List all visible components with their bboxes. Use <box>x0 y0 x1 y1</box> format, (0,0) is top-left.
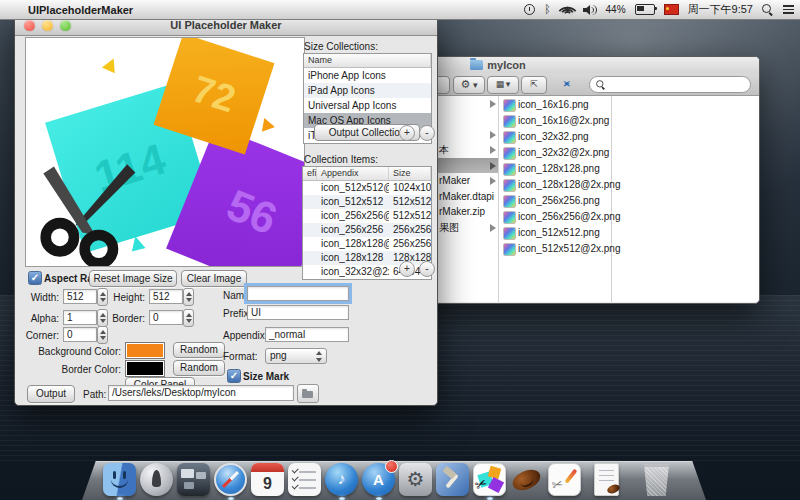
dock-xcode-icon[interactable] <box>436 463 469 496</box>
prefix-field[interactable]: UI <box>247 305 349 320</box>
active-app-menu[interactable]: UIPlaceholderMaker <box>28 4 133 16</box>
close-button[interactable] <box>24 20 35 31</box>
action-menu-button[interactable]: ⚙ ▾ <box>453 76 485 94</box>
file-row[interactable]: icon_512x512@2x.png <box>503 241 608 256</box>
file-row[interactable]: icon_32x32@2x.png <box>503 145 608 160</box>
alpha-field[interactable]: 1 <box>63 310 97 325</box>
dock-launchpad-icon[interactable] <box>140 463 173 496</box>
bluetooth-icon[interactable]: ᛒ <box>544 4 551 15</box>
aspect-ratio-checkbox[interactable]: ✓ <box>28 271 42 285</box>
add-collection-button[interactable]: + <box>399 125 415 141</box>
sidebar-row[interactable]: 果图 <box>439 220 499 235</box>
remove-item-button[interactable]: - <box>419 261 435 277</box>
dock-image-tool-icon[interactable]: ✂ <box>548 463 581 496</box>
remove-collection-button[interactable]: - <box>419 125 435 141</box>
music-note-icon: ♪ <box>338 470 346 487</box>
border-color-swatch[interactable] <box>125 360 165 377</box>
sidebar-row[interactable]: 本 <box>439 142 499 157</box>
dock-finder-icon[interactable] <box>103 463 136 496</box>
border-field[interactable]: 0 <box>149 310 183 325</box>
table-row[interactable]: icon_256x256@2x512x512 <box>303 209 431 223</box>
input-language-flag-icon[interactable] <box>664 4 679 15</box>
border-color-label: Border Color: <box>27 364 121 375</box>
alpha-stepper[interactable] <box>97 309 108 327</box>
square-number: 56 <box>220 180 284 245</box>
sidebar-item-label: rMaker.dtapi <box>439 191 494 202</box>
search-input[interactable] <box>589 76 751 93</box>
dock-system-preferences-icon[interactable]: ⚙ <box>399 463 432 496</box>
path-field[interactable]: /Users/leks/Desktop/myIcon <box>108 385 294 401</box>
sidebar-row[interactable] <box>439 127 499 142</box>
volume-icon[interactable] <box>583 5 597 15</box>
output-button[interactable]: Output <box>27 385 75 403</box>
reset-image-size-button[interactable]: Reset Image Size <box>89 270 177 287</box>
sidebar-row[interactable]: rMaker <box>439 173 499 188</box>
sidebar-row[interactable]: rMaker.dtapi <box>439 189 499 204</box>
list-item[interactable]: Universal App Icons <box>304 98 431 113</box>
border-stepper[interactable] <box>183 309 194 327</box>
add-item-button[interactable]: + <box>399 261 415 277</box>
width-field[interactable]: 512 <box>63 289 97 304</box>
dock-app-store-icon[interactable]: A <box>362 463 395 496</box>
menu-bar: UIPlaceholderMaker ᛒ 44% 周一下午9:57 <box>0 0 800 20</box>
arrange-menu-button[interactable]: ▦ ▾ <box>487 76 519 94</box>
browse-path-button[interactable] <box>297 384 319 403</box>
image-preview[interactable]: 114 56 72 <box>25 37 305 267</box>
height-field[interactable]: 512 <box>149 289 183 304</box>
time-machine-icon[interactable] <box>524 4 535 15</box>
spotlight-icon[interactable] <box>762 4 774 16</box>
corner-field[interactable]: 0 <box>63 327 97 342</box>
table-row[interactable]: icon_128x128@2x256x256 <box>303 237 431 251</box>
table-header[interactable]: Name <box>304 54 431 68</box>
file-row[interactable]: icon_256x256.png <box>503 193 608 208</box>
background-random-button[interactable]: Random <box>173 342 225 358</box>
zoom-button[interactable] <box>60 20 71 31</box>
dock-mission-control-icon[interactable] <box>177 463 210 496</box>
column-divider[interactable] <box>611 96 612 302</box>
menu-clock[interactable]: 周一下午9:57 <box>688 2 753 17</box>
sidebar-row[interactable] <box>439 96 499 111</box>
table-header[interactable]: efixAppendixSize <box>303 167 431 181</box>
sidebar-row[interactable]: rMaker.zip <box>439 204 499 219</box>
file-row[interactable]: icon_128x128@2x.png <box>503 177 608 192</box>
dock-trash-icon[interactable] <box>640 463 673 496</box>
dock-reminders-icon[interactable] <box>288 463 321 496</box>
size-mark-checkbox[interactable]: ✓ <box>227 369 241 383</box>
table-row[interactable]: icon_256x256256x256 <box>303 223 431 237</box>
app-window: UI Placeholder Maker 114 56 72 Size Coll… <box>14 14 438 406</box>
file-row[interactable]: icon_512x512.png <box>503 225 608 240</box>
name-field[interactable] <box>247 286 349 301</box>
file-row[interactable]: icon_16x16@2x.png <box>503 113 608 128</box>
height-stepper[interactable] <box>183 288 194 306</box>
list-item[interactable]: iPhone App Icons <box>304 68 431 83</box>
app-toolbar-icon[interactable]: ⪤ <box>555 76 579 92</box>
dock-itunes-icon[interactable]: ♪ <box>325 463 358 496</box>
table-row[interactable]: icon_512x512512x512 <box>303 195 431 209</box>
notification-center-icon[interactable] <box>783 5 794 14</box>
dock-calendar-icon[interactable]: 9 <box>251 463 284 496</box>
format-popup[interactable]: png <box>265 348 327 364</box>
background-color-swatch[interactable] <box>125 342 165 359</box>
minimize-button[interactable] <box>42 20 53 31</box>
file-row[interactable]: icon_256x256@2x.png <box>503 209 608 224</box>
file-row[interactable]: icon_32x32.png <box>503 129 608 144</box>
file-row[interactable]: icon_128x128.png <box>503 161 608 176</box>
appendix-field[interactable]: _normal <box>265 327 349 342</box>
dock-safari-icon[interactable] <box>214 463 247 496</box>
table-row[interactable]: icon_512x512@2x1024x1024 <box>303 181 431 195</box>
wifi-icon[interactable] <box>560 4 574 15</box>
corner-stepper[interactable] <box>97 326 108 344</box>
clear-image-button[interactable]: Clear Image <box>181 270 247 287</box>
share-button[interactable]: ⇱ <box>521 76 547 94</box>
file-row[interactable]: icon_16x16.png <box>503 97 608 112</box>
width-stepper[interactable] <box>97 288 108 306</box>
dock-bean-icon[interactable] <box>510 463 543 496</box>
battery-icon[interactable] <box>635 4 655 15</box>
dock-documents-icon[interactable] <box>594 463 619 496</box>
list-item[interactable]: iPad App Icons <box>304 83 431 98</box>
sidebar-row[interactable] <box>439 158 499 173</box>
dock-ui-placeholder-maker-icon[interactable]: ✂ <box>473 463 506 496</box>
file-name: icon_32x32@2x.png <box>518 145 609 160</box>
disclosure-icon <box>490 100 496 108</box>
border-random-button[interactable]: Random <box>173 360 225 376</box>
